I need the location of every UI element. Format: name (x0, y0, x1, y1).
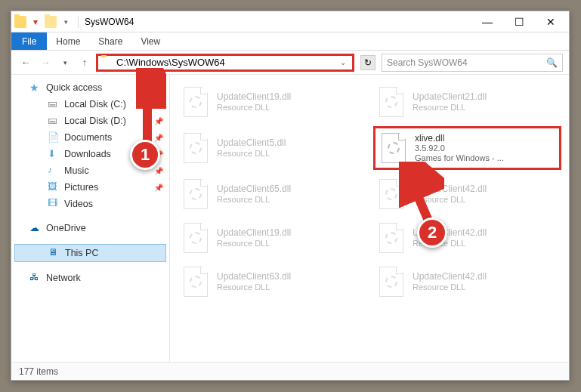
nav-up-button[interactable]: ↑ (76, 54, 93, 71)
disk-icon: 🖴 (48, 115, 60, 127)
close-button[interactable]: ✕ (536, 13, 566, 31)
videos-icon: 🎞 (48, 198, 60, 210)
documents-icon: 📄 (48, 131, 60, 144)
status-item-count: 177 items (19, 366, 58, 377)
annotation-badge-2: 2 (417, 218, 447, 248)
dll-file-icon (379, 131, 409, 165)
downloads-icon: ⬇ (48, 148, 60, 160)
qat-properties-icon[interactable]: ▾ (29, 16, 42, 28)
tab-home[interactable]: Home (47, 32, 89, 50)
maximize-button[interactable]: ☐ (504, 13, 534, 31)
ribbon-tabs: File Home Share View (11, 32, 569, 51)
file-item[interactable]: UpdateClient63.dllResource DLL (178, 262, 366, 301)
sidebar-item-videos[interactable]: 🎞 Videos (11, 196, 169, 212)
refresh-button[interactable]: ↻ (360, 55, 375, 70)
qat-dropdown-icon[interactable]: ▾ (60, 16, 72, 28)
file-pane[interactable]: UpdateClient19.dllResource DLL UpdateCli… (170, 75, 569, 362)
pictures-icon: 🖼 (48, 181, 60, 193)
address-folder-icon (101, 57, 113, 69)
search-input[interactable]: Search SysWOW64 🔍 (382, 54, 563, 72)
file-item[interactable]: UpdateClient21.dllResource DLL (373, 82, 561, 122)
qat-newfolder-icon[interactable] (45, 16, 57, 28)
sidebar-onedrive[interactable]: ☁ OneDrive (11, 220, 169, 236)
tab-file[interactable]: File (11, 32, 47, 50)
network-icon: 🖧 (29, 272, 42, 284)
tab-share[interactable]: Share (89, 32, 131, 50)
sidebar-this-pc[interactable]: 🖥 This PC (14, 244, 166, 262)
nav-back-button[interactable]: ← (17, 54, 34, 71)
search-icon: 🔍 (546, 57, 558, 68)
pin-icon: 📌 (154, 167, 163, 175)
title-bar: ▾ ▾ SysWOW64 — ☐ ✕ (11, 11, 569, 32)
sidebar-network[interactable]: 🖧 Network (11, 270, 169, 286)
dll-file-icon (181, 177, 211, 211)
explorer-window: ▾ ▾ SysWOW64 — ☐ ✕ File Home Share View … (11, 11, 570, 381)
star-icon: ★ (29, 82, 42, 94)
pin-icon: 📌 (154, 184, 163, 192)
dll-file-icon (181, 265, 211, 298)
dll-file-icon (181, 221, 211, 255)
window-title: SysWOW64 (85, 17, 134, 27)
search-placeholder: Search SysWOW64 (387, 57, 468, 68)
disk-icon: 🖴 (48, 98, 60, 110)
file-item[interactable]: UpdateClient19.dllResource DLL (178, 82, 366, 122)
onedrive-icon: ☁ (29, 222, 42, 234)
address-bar[interactable]: C:\Windows\SysWOW64 ⌄ (96, 54, 354, 72)
address-path: C:\Windows\SysWOW64 (116, 57, 225, 68)
minimize-button[interactable]: — (472, 13, 502, 31)
file-item[interactable]: UpdateClient5.dllResource DLL (178, 126, 366, 170)
nav-forward-button[interactable]: → (37, 54, 54, 71)
file-item[interactable]: UpdateClient19.dllResource DLL (178, 218, 366, 258)
dll-file-icon (181, 131, 211, 165)
status-bar: 177 items (11, 362, 569, 380)
music-icon: ♪ (48, 165, 60, 177)
tab-view[interactable]: View (131, 32, 169, 50)
dll-file-icon (376, 265, 406, 298)
dll-file-icon (181, 85, 211, 119)
nav-bar: ← → ▾ ↑ C:\Windows\SysWOW64 ⌄ ↻ Search S… (11, 51, 569, 75)
nav-history-button[interactable]: ▾ (57, 54, 73, 71)
file-item[interactable]: UpdateClient42.dllResource DLL (373, 262, 561, 301)
pc-icon: 🖥 (48, 247, 60, 259)
file-item[interactable]: UpdateClient65.dllResource DLL (178, 174, 366, 214)
annotation-badge-1: 1 (130, 140, 160, 170)
app-folder-icon (14, 16, 26, 28)
svg-line-1 (405, 166, 431, 226)
sidebar-item-pictures[interactable]: 🖼 Pictures 📌 (11, 179, 169, 196)
address-dropdown-icon[interactable]: ⌄ (337, 58, 349, 66)
dll-file-icon (376, 85, 406, 119)
